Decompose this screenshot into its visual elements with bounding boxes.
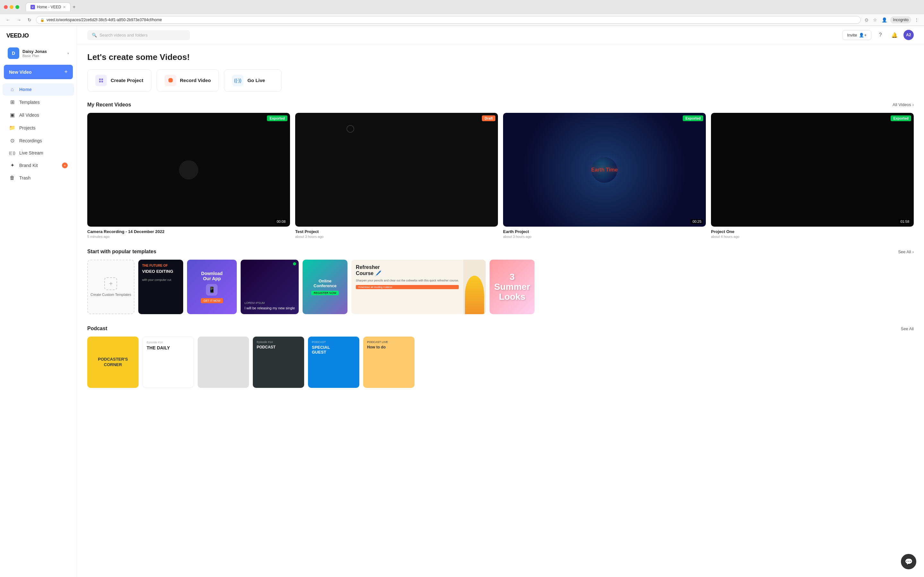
video-grid: Exported 00:08 Camera Recording - 14 Dec… [87, 113, 914, 239]
video-duration: 01:58 [898, 219, 911, 224]
url-text: veed.io/workspaces/22ce6d2f-38c5-4df1-a8… [47, 18, 162, 22]
recordings-icon: ⊙ [9, 137, 15, 143]
plus-icon: + [64, 69, 68, 75]
hero-title-highlight: Videos! [160, 52, 190, 62]
projects-icon: 📁 [9, 125, 15, 131]
templates-title: Start with popular templates [87, 249, 156, 255]
nav-bar: ← → ↻ 🔒 veed.io/workspaces/22ce6d2f-38c5… [0, 14, 924, 26]
create-custom-template-card[interactable]: + Create Custom Templates [87, 259, 134, 314]
maximize-window-button[interactable] [15, 5, 19, 9]
browser-chrome: V Home - VEED ✕ + ← → ↻ 🔒 veed.io/worksp… [0, 0, 924, 26]
go-live-icon: ((·)) [232, 75, 244, 86]
notifications-button[interactable]: 🔔 [889, 30, 900, 40]
sidebar-item-label: Trash [19, 175, 31, 181]
forward-button[interactable]: → [15, 16, 23, 24]
template-card[interactable]: LOREM IPSUM I will be releasing my new s… [241, 259, 299, 314]
video-card[interactable]: Exported 00:08 Camera Recording - 14 Dec… [87, 113, 290, 239]
record-video-icon: ⏺ [165, 75, 176, 86]
trash-icon: 🗑 [9, 175, 15, 181]
sidebar-item-label: Live Stream [19, 150, 43, 155]
record-video-card[interactable]: ⏺ Record Video [157, 69, 219, 92]
new-video-button[interactable]: New Video + [4, 65, 73, 79]
podcast-card[interactable]: PODCASTER'SCORNER [87, 337, 139, 388]
sidebar-item-templates[interactable]: ⊞ Templates [3, 96, 74, 108]
sidebar-item-label: Recordings [19, 138, 42, 143]
tab-close-button[interactable]: ✕ [63, 5, 66, 9]
video-time: about 3 hours ago [503, 235, 706, 239]
brand-kit-icon: ✦ [9, 162, 15, 168]
video-title: Camera Recording - 14 December 2022 [87, 229, 290, 234]
bookmark-icon[interactable]: ☆ [872, 17, 879, 23]
refresh-button[interactable]: ↻ [26, 16, 33, 24]
chevron-down-icon: ▾ [67, 52, 69, 55]
user-name: Daisy Jonas [23, 49, 64, 54]
podcast-card[interactable]: PODCAST SPECIALGUEST [308, 337, 359, 388]
profile-icon[interactable]: 👤 [880, 17, 888, 23]
chat-button[interactable]: 💬 [901, 554, 916, 569]
app-header: 🔍 Search videos and folders Invite 👤+ ? … [77, 26, 924, 44]
plus-icon: + [104, 277, 117, 290]
search-bar[interactable]: 🔍 Search videos and folders [87, 30, 190, 40]
app-layout: VEED.IO D Daisy Jonas Basic Plan ▾ New V… [0, 26, 924, 577]
sidebar-item-brand-kit[interactable]: ✦ Brand Kit + [3, 159, 74, 171]
help-button[interactable]: ? [875, 30, 885, 40]
video-duration: 00:25 [690, 219, 703, 224]
new-tab-button[interactable]: + [73, 4, 75, 10]
podcast-card[interactable]: PODCAST LIVE How to do [363, 337, 415, 388]
invite-button[interactable]: Invite 👤+ [842, 30, 871, 40]
sidebar-nav: ⌂ Home ⊞ Templates ▣ All Videos 📁 Projec… [0, 83, 77, 576]
sidebar-item-trash[interactable]: 🗑 Trash [3, 172, 74, 184]
create-project-icon [95, 75, 107, 86]
header-user-avatar[interactable]: A2 [903, 30, 914, 40]
video-thumbnail: Draft [295, 113, 498, 227]
cast-icon[interactable]: ⊙ [863, 17, 870, 23]
template-card[interactable]: 3SummerLooks [489, 259, 535, 314]
template-card[interactable]: THE FUTURE OF VIDEO EDITING with your co… [138, 259, 183, 314]
sidebar-item-label: All Videos [19, 113, 39, 118]
all-videos-link[interactable]: All Videos › [893, 102, 914, 107]
chat-icon: 💬 [905, 558, 913, 566]
sidebar-item-all-videos[interactable]: ▣ All Videos [3, 109, 74, 121]
sidebar-item-label: Templates [19, 100, 40, 105]
go-live-card[interactable]: ((·)) Go Live [224, 69, 282, 92]
video-card[interactable]: Exported 01:58 Project One about 4 hours… [711, 113, 914, 239]
close-window-button[interactable] [4, 5, 8, 9]
active-tab[interactable]: V Home - VEED ✕ [26, 3, 71, 11]
video-duration: 00:08 [275, 219, 288, 224]
create-project-card[interactable]: Create Project [87, 69, 152, 92]
templates-icon: ⊞ [9, 99, 15, 105]
podcast-card[interactable] [198, 337, 249, 388]
video-card[interactable]: Earth Time Exported 00:25 Earth Project … [503, 113, 706, 239]
brand-kit-badge: + [62, 163, 68, 168]
main-area: 🔍 Search videos and folders Invite 👤+ ? … [77, 26, 924, 577]
back-button[interactable]: ← [4, 16, 12, 24]
sidebar-item-projects[interactable]: 📁 Projects [3, 121, 74, 134]
sidebar-item-live-stream[interactable]: ((·)) Live Stream [3, 147, 74, 159]
tab-title: Home - VEED [37, 5, 61, 9]
address-bar[interactable]: 🔒 veed.io/workspaces/22ce6d2f-38c5-4df1-… [36, 16, 861, 24]
user-info: Daisy Jonas Basic Plan [23, 49, 64, 58]
podcast-card[interactable]: Episode #14 THE DAILY [142, 337, 194, 388]
podcast-card[interactable]: Episode #14 PODCAST [253, 337, 304, 388]
sidebar-item-recordings[interactable]: ⊙ Recordings [3, 134, 74, 147]
incognito-label: Incognito [893, 18, 909, 22]
sidebar-item-home[interactable]: ⌂ Home [3, 83, 74, 95]
user-section[interactable]: D Daisy Jonas Basic Plan ▾ [3, 44, 74, 62]
video-thumbnail: Earth Time Exported 00:25 [503, 113, 706, 227]
template-card[interactable]: DownloadOur App 📱 GET IT NOW [187, 259, 237, 314]
template-card[interactable]: RefresherCourse 🖊️ Sharpen your pencils … [351, 259, 486, 314]
podcast-see-all-link[interactable]: See All [901, 326, 914, 331]
create-custom-label: Create Custom Templates [88, 293, 134, 297]
video-card[interactable]: Draft Test Project about 3 hours ago [295, 113, 498, 239]
template-card[interactable]: OnlineConference REGISTER NOW [302, 259, 347, 314]
minimize-window-button[interactable] [10, 5, 13, 9]
action-cards: Create Project ⏺ Record Video ((·)) Go L… [87, 69, 914, 92]
user-avatar: D [8, 47, 19, 59]
video-thumbnail: Exported 00:08 [87, 113, 290, 227]
video-title: Earth Project [503, 229, 706, 234]
video-badge: Draft [482, 115, 495, 121]
templates-see-all-link[interactable]: See All › [898, 250, 914, 254]
nav-actions: ⊙ ☆ 👤 Incognito ⋮ [863, 16, 920, 23]
sidebar: VEED.IO D Daisy Jonas Basic Plan ▾ New V… [0, 26, 77, 577]
menu-button[interactable]: ⋮ [913, 17, 920, 23]
